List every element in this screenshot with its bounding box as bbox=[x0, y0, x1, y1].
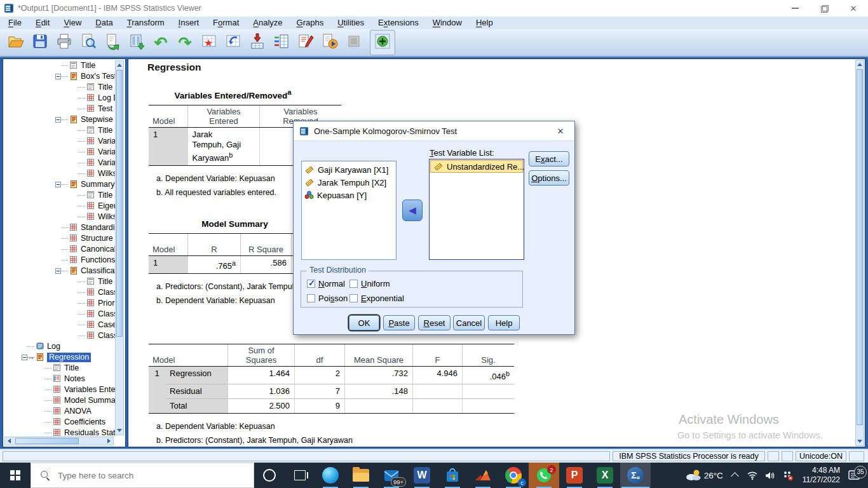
goto-data-button[interactable]: ★ bbox=[197, 30, 221, 55]
dialog-title-bar[interactable]: One-Sample Kolmogorov-Smirnov Test ✕ bbox=[294, 121, 574, 141]
taskbar-app-file-explorer[interactable] bbox=[346, 463, 376, 488]
tree-item-residuals-stati[interactable]: Residuals Stati bbox=[4, 428, 116, 437]
menu-format[interactable]: Format bbox=[206, 17, 246, 29]
tree-item-structure-m[interactable]: Structure M bbox=[4, 233, 116, 244]
taskbar-app-powerpoint[interactable]: P bbox=[559, 463, 590, 488]
print-button[interactable] bbox=[52, 30, 76, 55]
designate-window-button[interactable] bbox=[370, 30, 395, 55]
menu-data[interactable]: Data bbox=[88, 17, 119, 29]
source-variable-kepuasan-y[interactable]: Kepuasan [Y] bbox=[302, 189, 396, 201]
taskbar-app-spss[interactable]: Σα bbox=[620, 463, 651, 488]
tree-item-title[interactable]: Title bbox=[4, 82, 116, 93]
source-variable-list[interactable]: Gaji Karyawan [X1]Jarak Tempuh [X2]Kepua… bbox=[301, 161, 397, 260]
tray-expand-button[interactable] bbox=[726, 463, 743, 488]
source-variable-jarak-tempuh-x2[interactable]: Jarak Tempuh [X2] bbox=[302, 176, 396, 189]
run-script-button[interactable] bbox=[318, 30, 342, 55]
tree-item-canonical[interactable]: Canonical bbox=[4, 244, 116, 255]
tree-item-wilks[interactable]: Wilks' bbox=[4, 212, 116, 222]
tree-item-wilks[interactable]: Wilks' bbox=[4, 168, 116, 179]
tree-item-class[interactable]: Class bbox=[4, 309, 116, 320]
tree-item-variab[interactable]: Variab bbox=[4, 136, 116, 147]
taskbar-app-chrome[interactable]: c bbox=[498, 463, 529, 488]
options-button[interactable]: Options... bbox=[529, 170, 569, 186]
minimize-button[interactable] bbox=[780, 0, 810, 17]
help-button[interactable]: Help bbox=[488, 315, 520, 330]
edit-output-button[interactable] bbox=[294, 30, 318, 55]
source-variable-gaji-karyawan-x1[interactable]: Gaji Karyawan [X1] bbox=[302, 163, 396, 176]
menu-utilities[interactable]: Utilities bbox=[330, 17, 371, 29]
undo-button[interactable]: ↶ bbox=[149, 30, 173, 55]
menu-extensions[interactable]: Extensions bbox=[371, 17, 426, 29]
tree-item-log[interactable]: Log bbox=[4, 341, 116, 352]
redo-button[interactable]: ↷ bbox=[173, 30, 197, 55]
checkbox-unchecked-icon[interactable] bbox=[349, 280, 358, 288]
tree-item-casew[interactable]: Casew bbox=[4, 320, 116, 330]
tree-item-title[interactable]: Title bbox=[4, 276, 116, 287]
tree-item-variables-enter[interactable]: Variables Enter bbox=[4, 384, 116, 395]
wifi-button[interactable] bbox=[743, 463, 761, 488]
use-variable-sets-button[interactable] bbox=[245, 30, 269, 55]
tree-item-variab[interactable]: Variab bbox=[4, 147, 116, 158]
tree-item-title[interactable]: Title bbox=[4, 363, 116, 374]
scrollbar-thumb[interactable] bbox=[15, 438, 79, 444]
menu-analyze[interactable]: Analyze bbox=[246, 17, 289, 29]
taskbar-app-matlab[interactable] bbox=[468, 463, 498, 488]
transfer-arrow-button[interactable]: ◀ bbox=[402, 200, 423, 221]
scrollbar-thumb[interactable] bbox=[857, 69, 863, 425]
paste-button[interactable]: Paste bbox=[383, 315, 415, 330]
tree-item-coefficients[interactable]: Coefficients bbox=[4, 417, 116, 428]
expand-toggle-icon[interactable] bbox=[55, 182, 61, 187]
taskbar-app-whatsapp[interactable]: 2 bbox=[529, 463, 559, 488]
menu-transform[interactable]: Transform bbox=[120, 17, 172, 29]
weather-tray-item[interactable]: 26°C bbox=[682, 463, 726, 488]
menu-insert[interactable]: Insert bbox=[172, 17, 207, 29]
tree-item-box-s-test[interactable]: Box's Test bbox=[4, 71, 116, 82]
tree-item-prior-p[interactable]: Prior P bbox=[4, 298, 116, 309]
volume-button[interactable] bbox=[761, 463, 779, 488]
taskbar-app-mail[interactable]: 99+ bbox=[376, 463, 407, 488]
scroll-left-icon[interactable] bbox=[8, 438, 11, 444]
open-file-button[interactable] bbox=[4, 30, 28, 55]
menu-help[interactable]: Help bbox=[469, 17, 500, 29]
close-button[interactable]: ✕ bbox=[839, 0, 868, 17]
tree-item-standardiz[interactable]: Standardiz bbox=[4, 222, 116, 233]
start-button[interactable] bbox=[0, 463, 31, 488]
menu-edit[interactable]: Edit bbox=[29, 17, 57, 29]
tree-item-classificat[interactable]: Classificat bbox=[4, 266, 116, 276]
save-button[interactable] bbox=[28, 30, 52, 55]
show-variables-button[interactable] bbox=[269, 30, 294, 55]
menu-view[interactable]: View bbox=[57, 17, 88, 29]
scroll-up-icon[interactable] bbox=[857, 63, 862, 66]
expand-toggle-icon[interactable] bbox=[55, 74, 61, 79]
print-preview-button[interactable] bbox=[76, 30, 100, 55]
tree-item-title[interactable]: Title bbox=[4, 125, 116, 136]
tree-item-eigenv[interactable]: Eigenv bbox=[4, 201, 116, 212]
outline-vertical-scrollbar[interactable] bbox=[115, 60, 124, 435]
reset-button[interactable]: Reset bbox=[418, 315, 451, 330]
test-variable-unstandardized-re[interactable]: Unstandardized Re... bbox=[430, 160, 523, 173]
device-status-button[interactable] bbox=[779, 463, 797, 488]
tree-item-test-r[interactable]: Test R bbox=[4, 104, 116, 114]
checkbox-unchecked-icon[interactable] bbox=[307, 294, 315, 302]
tree-item-functions[interactable]: Functions bbox=[4, 255, 116, 266]
checkbox-checked-icon[interactable]: ✓ bbox=[307, 280, 315, 288]
taskbar-app-word[interactable]: W bbox=[407, 463, 437, 488]
dialog-close-button[interactable]: ✕ bbox=[553, 124, 568, 138]
style-output-button[interactable] bbox=[342, 30, 366, 55]
action-center-button[interactable]: 35 bbox=[845, 470, 868, 482]
tree-item-regression[interactable]: →Regression bbox=[4, 352, 116, 363]
tree-item-notes[interactable]: Notes bbox=[4, 374, 116, 384]
poisson-checkbox[interactable]: Poisson bbox=[307, 294, 348, 303]
select-output-button[interactable] bbox=[125, 30, 149, 55]
tree-item-class[interactable]: Class bbox=[4, 287, 116, 298]
menu-file[interactable]: File bbox=[1, 17, 29, 29]
tree-item-title[interactable]: Title bbox=[4, 190, 116, 201]
ok-button[interactable]: OK bbox=[349, 315, 379, 330]
tree-item-anova[interactable]: ANOVA bbox=[4, 406, 116, 417]
cortana-button[interactable] bbox=[254, 463, 285, 488]
exponential-checkbox[interactable]: Exponential bbox=[349, 294, 404, 303]
tree-item-class[interactable]: Class bbox=[4, 330, 116, 341]
checkbox-unchecked-icon[interactable] bbox=[349, 294, 358, 302]
menu-window[interactable]: Window bbox=[426, 17, 469, 29]
export-button[interactable] bbox=[100, 30, 125, 55]
